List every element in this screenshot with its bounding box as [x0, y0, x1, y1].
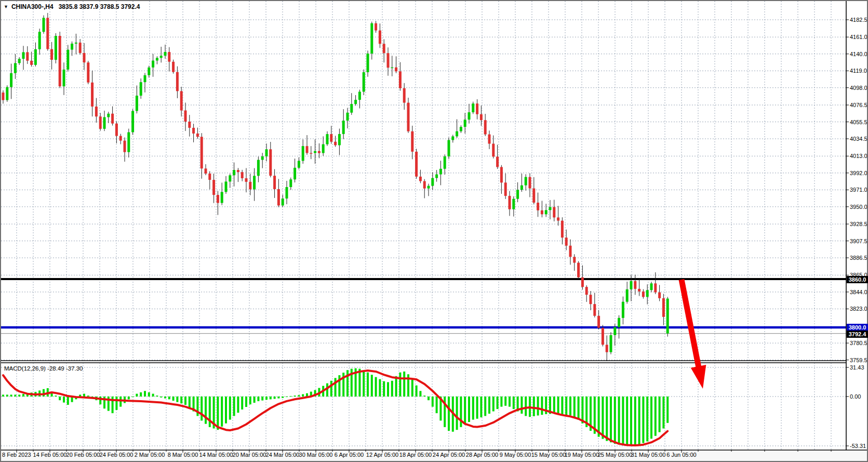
- candle-body: [354, 100, 357, 104]
- candle-body: [172, 62, 175, 72]
- candle-body: [289, 179, 292, 187]
- macd-histogram-bar: [610, 397, 612, 442]
- macd-histogram-bar: [282, 397, 284, 398]
- candle-body: [395, 68, 397, 72]
- candle-body: [407, 103, 410, 131]
- candle-body: [245, 178, 248, 182]
- macd-histogram-bar: [83, 394, 85, 397]
- candle-body: [180, 91, 183, 110]
- macd-histogram-bar: [436, 397, 438, 413]
- candle-body: [310, 153, 312, 153]
- macd-histogram-bar: [326, 384, 328, 397]
- candle-body: [444, 156, 446, 169]
- candle-body: [537, 203, 539, 210]
- candle-body: [480, 114, 483, 120]
- candle-body: [569, 246, 572, 257]
- candle-body: [79, 43, 82, 53]
- candle-body: [451, 136, 454, 140]
- candle-body: [326, 134, 329, 144]
- candle-body: [516, 190, 519, 199]
- price-tick-label: 3907.5: [850, 238, 867, 244]
- candle-body: [375, 23, 377, 31]
- macd-histogram-bar: [472, 397, 474, 420]
- candle-body: [650, 283, 653, 290]
- macd-histogram-bar: [229, 397, 231, 420]
- macd-histogram-bar: [411, 380, 413, 397]
- macd-histogram-bar: [367, 373, 369, 397]
- candle-body: [286, 187, 288, 199]
- macd-histogram-bar: [189, 397, 191, 408]
- candle-body: [610, 335, 612, 352]
- macd-histogram-bar: [164, 397, 166, 399]
- macd-histogram-bar: [387, 382, 389, 397]
- candle-body: [83, 53, 86, 62]
- macd-histogram-bar: [395, 376, 397, 397]
- candle-body: [269, 149, 272, 176]
- candle-body: [87, 62, 89, 83]
- macd-histogram-bar: [484, 397, 486, 416]
- candle-body: [379, 31, 381, 44]
- candle-body: [22, 52, 25, 59]
- price-tick-label: 3780.5: [850, 340, 867, 346]
- candle-body: [148, 68, 150, 75]
- macd-histogram-bar: [274, 397, 276, 399]
- candle-body: [298, 161, 300, 167]
- candle-body: [205, 168, 207, 174]
- candle-body: [46, 18, 49, 49]
- price-tick-label: 4076.5: [850, 102, 867, 108]
- macd-histogram-bar: [43, 389, 45, 397]
- candle-body: [561, 221, 564, 238]
- price-tick-label: 3928.5: [850, 221, 867, 227]
- candle-body: [71, 44, 73, 50]
- macd-histogram-bar: [416, 386, 418, 397]
- candle-body: [525, 177, 527, 186]
- candle-body: [350, 104, 353, 113]
- date-label: 25 May 05:00: [598, 452, 633, 458]
- candle-body: [428, 186, 430, 189]
- date-label: 19 May 05:00: [565, 452, 599, 458]
- macd-histogram-bar: [537, 397, 539, 416]
- macd-histogram-bar: [261, 397, 263, 401]
- macd-histogram-bar: [630, 397, 632, 446]
- macd-histogram-bar: [253, 397, 256, 403]
- macd-histogram-bar: [419, 391, 421, 397]
- candle-body: [59, 36, 61, 86]
- macd-histogram-bar: [500, 397, 502, 407]
- macd-histogram-bar: [533, 397, 535, 416]
- candle-body: [626, 289, 629, 302]
- date-label: 30 Mar 05:00: [299, 452, 333, 458]
- price-tick-label: 4182.5: [850, 17, 867, 23]
- date-label: 9 May 05:00: [500, 452, 531, 458]
- macd-histogram-bar: [650, 397, 652, 439]
- symbol-dropdown-icon[interactable]: ▼: [4, 4, 8, 9]
- price-tick-label: 4034.5: [850, 136, 867, 142]
- macd-histogram-bar: [375, 377, 377, 397]
- macd-histogram-bar: [379, 379, 381, 397]
- candle-body: [504, 182, 507, 196]
- macd-histogram-bar: [565, 397, 567, 415]
- macd-histogram-bar: [488, 397, 490, 414]
- price-tick-label: 4161.0: [850, 34, 867, 40]
- macd-histogram-bar: [666, 397, 669, 423]
- candle-body: [403, 88, 406, 103]
- macd-histogram-bar: [520, 397, 523, 414]
- macd-histogram-bar: [2, 394, 4, 397]
- date-label: 12 Apr 05:00: [366, 452, 398, 458]
- macd-tick-label: 0.00: [850, 393, 861, 400]
- candle-body: [484, 120, 487, 134]
- candle-body: [176, 72, 179, 91]
- macd-indicator-label: MACD(12,26,9) -28.49 -37.30: [4, 365, 83, 372]
- candle-body: [314, 151, 316, 153]
- price-chart-surface[interactable]: 4182.54161.04140.04119.04098.04076.54055…: [0, 0, 868, 462]
- macd-histogram-bar: [646, 397, 648, 441]
- macd-histogram-bar: [168, 397, 170, 399]
- candle-body: [666, 299, 669, 334]
- macd-histogram-bar: [241, 397, 243, 410]
- candle-body: [618, 318, 620, 327]
- candle-body: [318, 151, 321, 153]
- macd-histogram-bar: [638, 397, 640, 445]
- macd-histogram-bar: [128, 397, 130, 399]
- macd-histogram-bar: [557, 397, 559, 414]
- candle-body: [613, 327, 616, 335]
- candle-body: [642, 292, 645, 297]
